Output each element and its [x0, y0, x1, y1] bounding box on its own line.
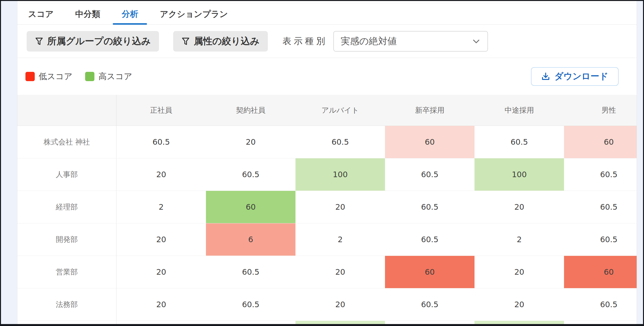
- table-cell: 20: [116, 288, 206, 321]
- column-header: 新卒採用: [385, 95, 474, 126]
- display-type-selected-value: 実感の絶対値: [341, 35, 397, 47]
- table-cell: 20: [296, 256, 385, 288]
- legend-item-high: 高スコア: [85, 71, 132, 82]
- table-cell: 60.5: [385, 288, 474, 321]
- legend-item-low: 低スコア: [26, 71, 72, 82]
- table-row: 人事部2060.510060.510060.5: [17, 158, 637, 191]
- tab-bar: スコア中分類分析アクションプラン: [17, 4, 637, 25]
- table-row: 開発部206260.5260.5: [17, 223, 637, 256]
- tab-score-label: スコア: [28, 8, 54, 20]
- column-header: 正社員: [116, 95, 206, 126]
- active-tab-underline: [113, 23, 147, 25]
- table-cell: 20: [296, 288, 385, 321]
- table-row-partial: [17, 321, 637, 324]
- column-header: 契約社員: [206, 95, 296, 126]
- tab-analysis-label: 分析: [122, 8, 138, 20]
- table-cell: 20: [474, 288, 564, 321]
- table-cell: 20: [116, 256, 206, 288]
- table-cell: 60.5: [564, 288, 637, 321]
- group-filter-button-label: 所属グループの絞り込み: [47, 35, 151, 47]
- table-cell: 20: [474, 191, 564, 223]
- table-cell: 20: [206, 126, 296, 158]
- table-row: 株式会社 神社60.52060.56060.560: [17, 126, 637, 158]
- row-label: [17, 321, 116, 324]
- table-cell: 60: [564, 126, 637, 158]
- table-cell: 60: [385, 126, 474, 158]
- table-cell: 60.5: [385, 223, 474, 256]
- table-cell: 20: [116, 223, 206, 256]
- row-label: 営業部: [17, 256, 116, 288]
- table-cell: 60.5: [116, 126, 206, 158]
- table-row: 経理部2602060.52060.5: [17, 191, 637, 223]
- table-cell: 60: [385, 256, 474, 288]
- table-row: 法務部2060.52060.52060.5: [17, 288, 637, 321]
- group-filter-button[interactable]: 所属グループの絞り込み: [27, 31, 159, 51]
- tab-score[interactable]: スコア: [17, 4, 64, 24]
- row-label: 開発部: [17, 223, 116, 256]
- table-cell: [474, 321, 564, 324]
- table-cell: 60.5: [474, 126, 564, 158]
- tab-action-plan-label: アクションプラン: [160, 8, 228, 20]
- table-cell: [564, 321, 637, 324]
- row-label: 法務部: [17, 288, 116, 321]
- table-cell: 20: [296, 191, 385, 223]
- row-label: 人事部: [17, 158, 116, 191]
- table-cell: 60.5: [206, 288, 296, 321]
- table-row: 営業部2060.520602060: [17, 256, 637, 288]
- page-background-left: [1, 1, 17, 324]
- table-cell: 60.5: [564, 223, 637, 256]
- funnel-icon: [182, 37, 190, 45]
- table-cell: 2: [116, 191, 206, 223]
- table-header-row: 正社員契約社員アルバイト新卒採用中途採用男性: [17, 95, 637, 126]
- download-button[interactable]: ダウンロード: [531, 67, 618, 86]
- chevron-down-icon: [472, 37, 480, 46]
- app-window: スコア中分類分析アクションプラン 所属グループの絞り込み 属性の絞り込み: [0, 0, 644, 326]
- table-cell: 60.5: [385, 191, 474, 223]
- column-header: 男性: [564, 95, 637, 126]
- table-cell: 100: [296, 158, 385, 191]
- tab-middle-category-label: 中分類: [75, 8, 100, 20]
- table-cell: 60.5: [206, 158, 296, 191]
- funnel-icon: [35, 37, 43, 45]
- display-type-label: 表示種別: [282, 35, 328, 47]
- table-cell: 60.5: [206, 256, 296, 288]
- table-cell: [206, 321, 296, 324]
- table-body: 株式会社 神社60.52060.56060.560人事部2060.510060.…: [17, 126, 637, 324]
- table-cell: 60.5: [564, 158, 637, 191]
- low-score-swatch: [26, 72, 35, 81]
- table-cell: 100: [474, 158, 564, 191]
- table-cell: [385, 321, 474, 324]
- score-table: 正社員契約社員アルバイト新卒採用中途採用男性 株式会社 神社60.52060.5…: [17, 95, 637, 324]
- download-icon: [541, 72, 550, 81]
- low-score-label: 低スコア: [39, 71, 72, 82]
- table-cell: 2: [296, 223, 385, 256]
- table-cell: 6: [206, 223, 296, 256]
- panel-top-edge: [17, 1, 637, 4]
- high-score-label: 高スコア: [98, 71, 132, 82]
- row-label: 経理部: [17, 191, 116, 223]
- table-cell: [296, 321, 385, 324]
- column-header: 中途採用: [474, 95, 564, 126]
- attribute-filter-button[interactable]: 属性の絞り込み: [173, 31, 268, 51]
- tab-analysis[interactable]: 分析: [111, 4, 149, 24]
- attribute-filter-button-label: 属性の絞り込み: [194, 35, 260, 47]
- table-cell: 20: [474, 256, 564, 288]
- table-cell: 60.5: [296, 126, 385, 158]
- content-panel: スコア中分類分析アクションプラン 所属グループの絞り込み 属性の絞り込み: [17, 1, 637, 324]
- filter-toolbar: 所属グループの絞り込み 属性の絞り込み 表示種別 実感の絶対値: [17, 25, 637, 58]
- tab-action-plan[interactable]: アクションプラン: [149, 4, 238, 24]
- table-cell: [116, 321, 206, 324]
- table-cell: 20: [116, 158, 206, 191]
- column-header: アルバイト: [296, 95, 385, 126]
- download-button-label: ダウンロード: [554, 70, 608, 82]
- table-cell: 2: [474, 223, 564, 256]
- legend-row: 低スコア 高スコア ダウンロード: [17, 58, 637, 95]
- table-cell: 60: [564, 256, 637, 288]
- display-type-select[interactable]: 実感の絶対値: [333, 31, 488, 51]
- high-score-swatch: [85, 72, 94, 81]
- table-cell: 60: [206, 191, 296, 223]
- table-cell: 60.5: [385, 158, 474, 191]
- tab-middle-category[interactable]: 中分類: [64, 4, 111, 24]
- page-background-right: [637, 1, 643, 324]
- table-corner-cell: [17, 95, 116, 126]
